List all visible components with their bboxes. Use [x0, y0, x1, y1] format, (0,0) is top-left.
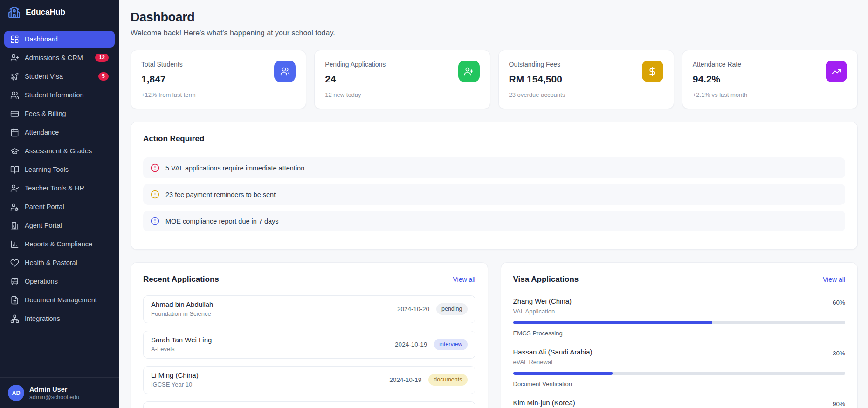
progress-fill	[513, 321, 713, 324]
alert-circle-icon	[151, 217, 159, 225]
stat-subtext: 23 overdue accounts	[509, 91, 565, 98]
sidebar-item[interactable]: Teacher Tools & HR	[4, 180, 115, 197]
visa-applications-panel: Visa Applications View all Zhang Wei (Ch…	[501, 262, 858, 408]
stat-label: Attendance Rate	[693, 61, 747, 68]
sidebar-item-label: Reports & Compliance	[25, 240, 92, 248]
sidebar-item-label: Admissions & CRM	[25, 54, 83, 61]
sidebar-nav: Dashboard Admissions & CRM 12 Student Vi…	[0, 25, 119, 329]
stat-value: 1,847	[141, 74, 196, 85]
bar-chart-icon	[10, 240, 19, 249]
stats-row: Total Students 1,847 +12% from last term…	[131, 50, 858, 109]
dashboard-icon	[10, 35, 19, 44]
applicant-program: Foundation in Science	[151, 310, 213, 317]
bus-icon	[10, 277, 19, 286]
view-all-link[interactable]: View all	[823, 276, 845, 283]
sidebar: EducaHub Dashboard Admissions & CRM 12 S…	[0, 0, 119, 408]
user-check-icon	[10, 184, 19, 193]
credit-card-icon	[10, 109, 19, 118]
visa-type: eVAL Renewal	[513, 359, 846, 366]
status-badge: documents	[428, 374, 467, 386]
sidebar-item[interactable]: Dashboard	[4, 31, 115, 48]
application-row-partial[interactable]	[143, 401, 475, 408]
application-row[interactable]: Li Ming (China) IGCSE Year 10 2024-10-19…	[143, 366, 475, 394]
sidebar-item[interactable]: Student Visa 5	[4, 68, 115, 85]
sidebar-item[interactable]: Assessment & Grades	[4, 143, 115, 159]
alert-circle-icon	[151, 163, 159, 172]
sidebar-item-label: Fees & Billing	[25, 110, 66, 117]
visa-list: Zhang Wei (China) 60% VAL Application EM…	[513, 297, 846, 408]
users-icon	[10, 91, 19, 100]
sidebar-item[interactable]: Fees & Billing	[4, 105, 115, 122]
sidebar-item[interactable]: Admissions & CRM 12	[4, 49, 115, 66]
page-title: Dashboard	[131, 10, 858, 25]
stat-card: Attendance Rate 94.2% +2.1% vs last mont…	[682, 50, 858, 109]
sidebar-item[interactable]: Student Information	[4, 87, 115, 103]
application-row[interactable]: Sarah Tan Wei Ling A-Levels 2024-10-19 i…	[143, 331, 475, 359]
calendar-icon	[10, 128, 19, 137]
main-content: Dashboard Welcome back! Here's what's ha…	[119, 0, 868, 408]
application-list: Ahmad bin Abdullah Foundation in Science…	[143, 295, 475, 408]
sidebar-item[interactable]: Integrations	[4, 310, 115, 327]
panel-title: Visa Applications	[513, 275, 579, 284]
app-logo[interactable]: EducaHub	[0, 0, 119, 25]
stat-card: Pending Applications 24 12 new today	[314, 50, 490, 109]
user-plus-icon	[458, 61, 480, 82]
visa-stage: Document Verification	[513, 381, 846, 388]
sidebar-item[interactable]: Health & Pastoral	[4, 254, 115, 271]
application-date: 2024-10-19	[389, 376, 421, 383]
sidebar-item-label: Integrations	[25, 315, 60, 322]
application-row[interactable]: Ahmad bin Abdullah Foundation in Science…	[143, 295, 475, 323]
heart-icon	[10, 258, 19, 267]
stat-subtext: +12% from last term	[141, 91, 196, 98]
view-all-link[interactable]: View all	[453, 276, 475, 283]
panel-title: Action Required	[143, 134, 845, 143]
user-cog-icon	[10, 203, 19, 211]
sidebar-item-label: Teacher Tools & HR	[25, 184, 84, 192]
stat-card: Total Students 1,847 +12% from last term	[131, 50, 306, 109]
visa-row: Zhang Wei (China) 60% VAL Application EM…	[513, 297, 846, 337]
sidebar-item[interactable]: Operations	[4, 273, 115, 290]
school-icon	[8, 6, 21, 19]
sidebar-item[interactable]: Reports & Compliance	[4, 236, 115, 252]
visa-type: VAL Application	[513, 308, 846, 315]
user-email: admin@school.edu	[29, 394, 79, 401]
sidebar-item-label: Health & Pastoral	[25, 259, 77, 266]
panel-title: Recent Applications	[143, 275, 219, 284]
visa-applicant-name: Zhang Wei (China)	[513, 297, 572, 305]
sidebar-item-label: Operations	[25, 278, 58, 285]
stat-label: Outstanding Fees	[509, 61, 565, 68]
sidebar-item[interactable]: Attendance	[4, 124, 115, 141]
notification-badge: 12	[95, 54, 109, 62]
book-open-icon	[10, 165, 19, 174]
app-name: EducaHub	[26, 7, 65, 17]
recent-applications-panel: Recent Applications View all Ahmad bin A…	[131, 262, 488, 408]
sidebar-item-label: Attendance	[25, 129, 59, 136]
user-menu[interactable]: AD Admin User admin@school.edu	[0, 377, 119, 408]
applicant-name: Ahmad bin Abdullah	[151, 300, 213, 308]
applicant-program: IGCSE Year 10	[151, 381, 199, 388]
sidebar-item-label: Dashboard	[25, 35, 58, 43]
sidebar-item[interactable]: Parent Portal	[4, 198, 115, 215]
visa-applicant-name: Kim Min-jun (Korea)	[513, 399, 575, 407]
sidebar-item-label: Student Information	[25, 91, 84, 99]
alert-row[interactable]: MOE compliance report due in 7 days	[143, 211, 845, 231]
graduation-cap-icon	[10, 147, 19, 156]
sidebar-item[interactable]: Agent Portal	[4, 217, 115, 234]
visa-row: Kim Min-jun (Korea) 90% SEV Collection	[513, 399, 846, 408]
sidebar-item-label: Learning Tools	[25, 166, 69, 173]
page-subtitle: Welcome back! Here's what's happening at…	[131, 29, 858, 37]
user-name: Admin User	[29, 386, 79, 393]
stat-value: 24	[325, 74, 386, 85]
users-icon	[274, 61, 296, 82]
stat-subtext: 12 new today	[325, 91, 386, 98]
alert-row[interactable]: 23 fee payment reminders to be sent	[143, 184, 845, 205]
sidebar-item-label: Document Management	[25, 296, 97, 304]
sidebar-item[interactable]: Learning Tools	[4, 161, 115, 178]
stat-label: Pending Applications	[325, 61, 386, 68]
sidebar-item[interactable]: Document Management	[4, 292, 115, 308]
progress-fill	[513, 372, 613, 375]
stat-subtext: +2.1% vs last month	[693, 91, 747, 98]
alert-text: 5 VAL applications require immediate att…	[165, 164, 304, 172]
visa-progress-percent: 90%	[833, 401, 845, 408]
alert-row[interactable]: 5 VAL applications require immediate att…	[143, 157, 845, 178]
